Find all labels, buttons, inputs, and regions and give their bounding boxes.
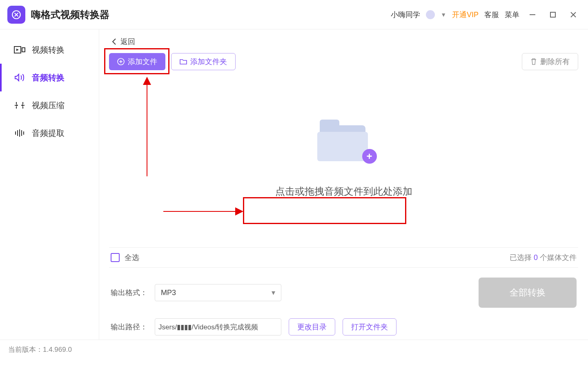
sidebar: 视频转换 音频转换 视频压缩 音频提取 xyxy=(0,29,99,340)
selected-info: 已选择 0 个媒体文件 xyxy=(510,253,577,262)
output-path-label: 输出路径： xyxy=(111,322,147,332)
support-link[interactable]: 客服 xyxy=(484,10,499,20)
delete-all-label: 删除所有 xyxy=(540,57,570,67)
output-format-value: MP3 xyxy=(161,289,176,297)
selected-suffix: 个媒体文件 xyxy=(538,253,577,262)
select-all-checkbox[interactable] xyxy=(111,253,120,262)
back-label: 返回 xyxy=(120,37,135,47)
svg-rect-2 xyxy=(550,12,555,17)
settings-row-2: 输出路径： Jsers/▮▮▮▮/Videos/转换完成视频 更改目录 打开文件… xyxy=(109,312,578,340)
select-all-label[interactable]: 全选 xyxy=(125,253,139,262)
sidebar-item-label: 音频转换 xyxy=(32,72,65,83)
app-title: 嗨格式视频转换器 xyxy=(31,8,109,21)
chevron-down-icon[interactable]: ▼ xyxy=(441,11,446,18)
app-logo-icon xyxy=(7,6,25,24)
folder-plus-icon: + xyxy=(317,120,370,160)
back-button[interactable]: 返回 xyxy=(109,34,578,49)
toolbar: 添加文件 添加文件夹 删除所有 xyxy=(109,53,578,70)
sidebar-item-label: 音频提取 xyxy=(32,128,65,139)
output-path-field[interactable]: Jsers/▮▮▮▮/Videos/转换完成视频 xyxy=(155,318,281,335)
add-file-label: 添加文件 xyxy=(128,57,157,67)
open-folder-button[interactable]: 打开文件夹 xyxy=(343,318,396,335)
convert-all-label: 全部转换 xyxy=(510,287,546,298)
sidebar-item-video-convert[interactable]: 视频转换 xyxy=(0,36,99,64)
footer: 当前版本： 1.4.969.0 xyxy=(0,340,588,359)
output-format-label: 输出格式： xyxy=(111,288,147,298)
minimize-button[interactable] xyxy=(525,7,540,22)
add-folder-label: 添加文件夹 xyxy=(190,57,227,67)
svg-marker-8 xyxy=(16,104,18,107)
sidebar-item-video-compress[interactable]: 视频压缩 xyxy=(0,91,99,119)
audio-convert-icon xyxy=(14,73,25,82)
output-format-select[interactable]: MP3 ▾ xyxy=(155,284,281,301)
plus-circle-icon xyxy=(117,58,125,65)
selection-row: 全选 已选择 0 个媒体文件 xyxy=(109,247,578,267)
trash-icon xyxy=(530,58,537,65)
main-panel: 返回 添加文件 添加文件夹 删除所有 + 点击或拖拽音频文件到此 xyxy=(99,29,588,340)
sidebar-item-label: 视频压缩 xyxy=(32,100,65,111)
chevron-down-icon: ▾ xyxy=(272,288,275,297)
titlebar: 嗨格式视频转换器 小嗨同学 ▼ 开通VIP 客服 菜单 xyxy=(0,0,588,29)
change-dir-label: 更改目录 xyxy=(297,322,327,332)
open-folder-label: 打开文件夹 xyxy=(351,322,388,332)
dropzone[interactable]: + 点击或拖拽音频文件到此处添加 xyxy=(109,70,578,247)
audio-extract-icon xyxy=(14,129,25,138)
svg-marker-9 xyxy=(21,104,23,107)
titlebar-right: 小嗨同学 ▼ 开通VIP 客服 菜单 xyxy=(391,7,581,22)
avatar-icon[interactable] xyxy=(426,10,435,19)
selected-count: 0 xyxy=(534,253,538,262)
video-convert-icon xyxy=(14,45,25,54)
sidebar-item-label: 视频转换 xyxy=(32,44,65,56)
settings-row-1: 输出格式： MP3 ▾ 全部转换 xyxy=(109,267,578,312)
selected-prefix: 已选择 xyxy=(510,253,534,262)
svg-marker-6 xyxy=(16,49,19,51)
vip-link[interactable]: 开通VIP xyxy=(452,10,479,20)
menu-link[interactable]: 菜单 xyxy=(505,10,519,20)
sidebar-item-audio-convert[interactable]: 音频转换 xyxy=(0,64,99,91)
user-name[interactable]: 小嗨同学 xyxy=(391,10,420,20)
convert-all-button[interactable]: 全部转换 xyxy=(479,278,577,308)
maximize-button[interactable] xyxy=(546,7,560,22)
folder-icon xyxy=(180,58,187,65)
version-value: 1.4.969.0 xyxy=(43,346,72,354)
sidebar-item-audio-extract[interactable]: 音频提取 xyxy=(0,119,99,147)
svg-rect-7 xyxy=(22,48,25,52)
add-folder-button[interactable]: 添加文件夹 xyxy=(171,53,236,70)
delete-all-button[interactable]: 删除所有 xyxy=(522,53,578,70)
version-label: 当前版本： xyxy=(8,345,43,354)
output-path-value: Jsers/▮▮▮▮/Videos/转换完成视频 xyxy=(158,322,258,332)
dropzone-text: 点击或拖拽音频文件到此处添加 xyxy=(275,185,412,198)
chevron-left-icon xyxy=(111,38,116,45)
change-dir-button[interactable]: 更改目录 xyxy=(289,318,335,335)
close-button[interactable] xyxy=(566,7,581,22)
add-file-button[interactable]: 添加文件 xyxy=(109,53,165,70)
video-compress-icon xyxy=(14,101,25,110)
